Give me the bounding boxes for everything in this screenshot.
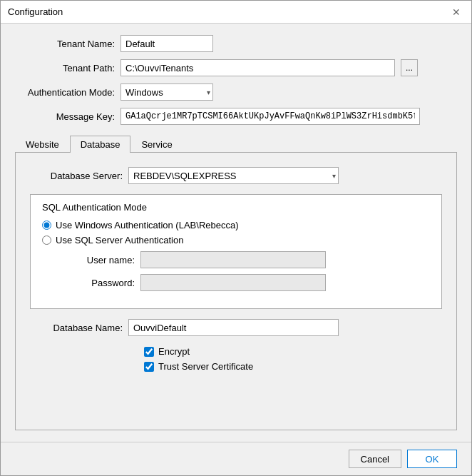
tab-website[interactable]: Website: [15, 136, 70, 153]
windows-auth-radio[interactable]: [42, 221, 51, 230]
password-row: Password:: [56, 274, 430, 291]
dialog-footer: Cancel OK: [1, 442, 471, 475]
auth-mode-select[interactable]: Windows Forms: [120, 83, 213, 101]
windows-auth-label: Use Windows Authentication (LAB\Rebecca): [56, 220, 239, 231]
username-row: User name:: [56, 251, 430, 268]
auth-mode-select-wrapper: Windows Forms ▾: [120, 83, 213, 101]
message-key-label: Message Key:: [15, 111, 115, 122]
db-name-row: Database Name:: [30, 319, 442, 336]
tenant-path-label: Tenant Path:: [15, 63, 115, 74]
db-name-input[interactable]: [128, 319, 339, 336]
tenant-path-row: Tenant Path: ...: [15, 59, 457, 76]
sql-auth-label: Use SQL Server Authentication: [56, 235, 183, 245]
db-server-label: Database Server:: [30, 171, 123, 181]
encrypt-label: Encrypt: [158, 346, 190, 357]
trust-cert-row: Trust Server Certificate: [144, 361, 442, 372]
username-label: User name:: [56, 255, 135, 265]
tenant-path-input[interactable]: [120, 59, 395, 76]
message-key-input[interactable]: [120, 108, 420, 125]
windows-auth-radio-row: Use Windows Authentication (LAB\Rebecca): [42, 220, 430, 231]
auth-mode-label: Authentication Mode:: [15, 87, 115, 98]
db-name-label: Database Name:: [30, 323, 123, 333]
password-input[interactable]: [140, 274, 326, 291]
ok-button[interactable]: OK: [407, 450, 457, 468]
tabs-container: Website Database Service Database Server…: [15, 132, 457, 430]
cancel-button[interactable]: Cancel: [349, 450, 401, 468]
encrypt-row: Encrypt: [144, 346, 442, 357]
close-button[interactable]: ✕: [448, 4, 464, 20]
trust-cert-label: Trust Server Certificate: [158, 361, 253, 372]
tenant-path-browse-button[interactable]: ...: [401, 59, 418, 76]
tab-database[interactable]: Database: [70, 136, 131, 153]
password-label: Password:: [56, 278, 135, 288]
tab-service[interactable]: Service: [130, 136, 183, 153]
tabs-bar: Website Database Service: [15, 135, 457, 153]
db-server-row: Database Server: REBDEV\SQLEXPRESS ▾: [30, 167, 442, 184]
tenant-name-label: Tenant Name:: [15, 39, 115, 49]
sql-auth-radio-row: Use SQL Server Authentication: [42, 235, 430, 245]
username-input[interactable]: [140, 251, 326, 268]
auth-group-title: SQL Authentication Mode: [42, 202, 430, 213]
tenant-name-row: Tenant Name:: [15, 35, 457, 52]
auth-mode-row: Authentication Mode: Windows Forms ▾: [15, 83, 457, 101]
db-server-select-wrapper: REBDEV\SQLEXPRESS ▾: [128, 167, 339, 184]
db-server-select[interactable]: REBDEV\SQLEXPRESS: [128, 167, 339, 184]
configuration-dialog: Configuration ✕ Tenant Name: Tenant Path…: [0, 0, 472, 476]
sql-auth-radio[interactable]: [42, 236, 51, 245]
trust-cert-checkbox[interactable]: [144, 362, 154, 372]
dialog-title: Configuration: [8, 6, 63, 17]
tenant-name-input[interactable]: [120, 35, 213, 52]
database-tab-content: Database Server: REBDEV\SQLEXPRESS ▾ SQL…: [15, 153, 457, 430]
title-bar: Configuration ✕: [1, 1, 471, 24]
encrypt-checkbox[interactable]: [144, 347, 154, 357]
message-key-row: Message Key:: [15, 108, 457, 125]
sql-auth-group: SQL Authentication Mode Use Windows Auth…: [30, 194, 442, 309]
dialog-body: Tenant Name: Tenant Path: ... Authentica…: [1, 24, 471, 442]
